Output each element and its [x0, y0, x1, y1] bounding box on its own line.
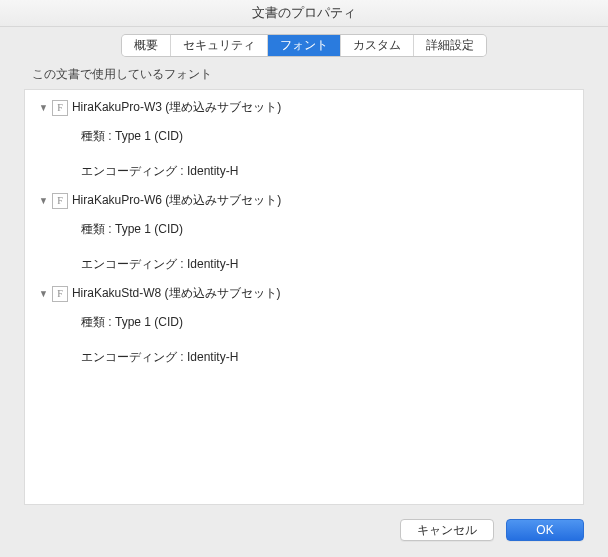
fonts-list-panel[interactable]: ▼ F HiraKakuPro-W3 (埋め込みサブセット) 種類 : Type…: [24, 89, 584, 505]
tab-custom[interactable]: カスタム: [341, 35, 414, 56]
font-icon: F: [52, 100, 68, 116]
font-encoding-value: Identity-H: [187, 164, 238, 178]
font-icon: F: [52, 193, 68, 209]
cancel-button[interactable]: キャンセル: [400, 519, 494, 541]
font-type-value: Type 1 (CID): [115, 315, 183, 329]
font-encoding-label: エンコーディング :: [81, 164, 187, 178]
font-name: HiraKakuPro-W3 (埋め込みサブセット): [72, 99, 281, 116]
font-encoding-value: Identity-H: [187, 350, 238, 364]
tab-security[interactable]: セキュリティ: [171, 35, 268, 56]
font-type-row: 種類 : Type 1 (CID): [25, 119, 583, 154]
font-name: HiraKakuStd-W8 (埋め込みサブセット): [72, 285, 281, 302]
font-type-value: Type 1 (CID): [115, 222, 183, 236]
font-item[interactable]: ▼ F HiraKakuPro-W6 (埋め込みサブセット): [25, 189, 583, 212]
tab-segmented-control: 概要 セキュリティ フォント カスタム 詳細設定: [122, 35, 486, 56]
disclosure-triangle-icon[interactable]: ▼: [39, 195, 48, 206]
font-icon: F: [52, 286, 68, 302]
font-item[interactable]: ▼ F HiraKakuStd-W8 (埋め込みサブセット): [25, 282, 583, 305]
dialog-button-bar: キャンセル OK: [0, 505, 608, 557]
font-encoding-row: エンコーディング : Identity-H: [25, 340, 583, 375]
font-type-value: Type 1 (CID): [115, 129, 183, 143]
ok-button[interactable]: OK: [506, 519, 584, 541]
fonts-caption: この文書で使用しているフォント: [0, 66, 608, 87]
tab-summary[interactable]: 概要: [122, 35, 171, 56]
font-type-label: 種類 :: [81, 222, 115, 236]
font-type-row: 種類 : Type 1 (CID): [25, 212, 583, 247]
tab-bar: 概要 セキュリティ フォント カスタム 詳細設定: [0, 27, 608, 66]
tab-fonts[interactable]: フォント: [268, 35, 341, 56]
tab-advanced[interactable]: 詳細設定: [414, 35, 486, 56]
window-title: 文書のプロパティ: [0, 0, 608, 27]
font-encoding-label: エンコーディング :: [81, 257, 187, 271]
disclosure-triangle-icon[interactable]: ▼: [39, 288, 48, 299]
font-item[interactable]: ▼ F HiraKakuPro-W3 (埋め込みサブセット): [25, 96, 583, 119]
font-type-row: 種類 : Type 1 (CID): [25, 305, 583, 340]
font-type-label: 種類 :: [81, 129, 115, 143]
font-type-label: 種類 :: [81, 315, 115, 329]
font-encoding-value: Identity-H: [187, 257, 238, 271]
font-name: HiraKakuPro-W6 (埋め込みサブセット): [72, 192, 281, 209]
font-encoding-row: エンコーディング : Identity-H: [25, 247, 583, 282]
font-encoding-label: エンコーディング :: [81, 350, 187, 364]
document-properties-dialog: 文書のプロパティ 概要 セキュリティ フォント カスタム 詳細設定 この文書で使…: [0, 0, 608, 557]
font-encoding-row: エンコーディング : Identity-H: [25, 154, 583, 189]
disclosure-triangle-icon[interactable]: ▼: [39, 102, 48, 113]
